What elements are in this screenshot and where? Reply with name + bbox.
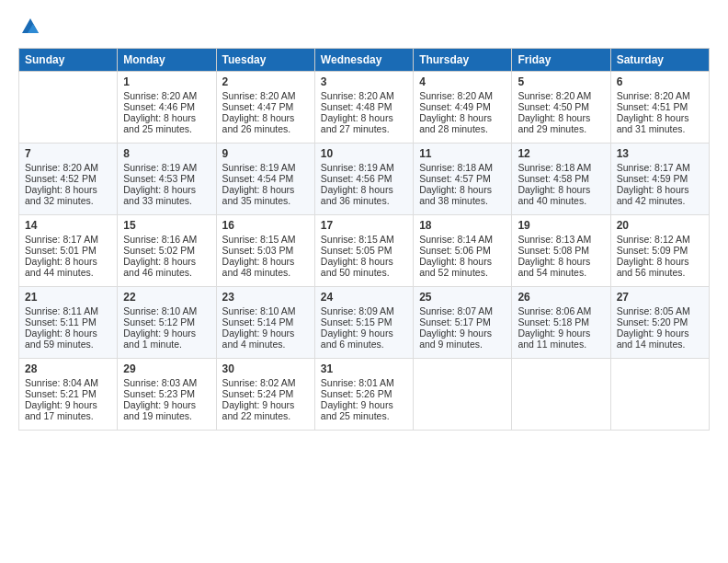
daylight-text: Daylight: 8 hours and 52 minutes. bbox=[419, 256, 492, 278]
day-number: 26 bbox=[518, 291, 604, 304]
daylight-text: Daylight: 9 hours and 22 minutes. bbox=[222, 399, 295, 421]
sunrise-text: Sunrise: 8:03 AM bbox=[123, 377, 197, 388]
day-cell: 2Sunrise: 8:20 AMSunset: 4:47 PMDaylight… bbox=[216, 72, 314, 144]
sunrise-text: Sunrise: 8:02 AM bbox=[222, 377, 296, 388]
sunrise-text: Sunrise: 8:12 AM bbox=[617, 234, 690, 245]
header-cell-monday: Monday bbox=[118, 49, 216, 72]
daylight-text: Daylight: 9 hours and 6 minutes. bbox=[321, 327, 393, 350]
day-number: 15 bbox=[123, 219, 210, 232]
day-number: 28 bbox=[25, 362, 111, 375]
sunrise-text: Sunrise: 8:17 AM bbox=[617, 162, 690, 173]
logo-icon bbox=[20, 17, 40, 37]
day-number: 2 bbox=[222, 75, 309, 88]
sunrise-text: Sunrise: 8:18 AM bbox=[518, 162, 591, 173]
sunset-text: Sunset: 5:17 PM bbox=[419, 316, 491, 327]
day-cell: 25Sunrise: 8:07 AMSunset: 5:17 PMDayligh… bbox=[414, 287, 512, 359]
day-cell: 16Sunrise: 8:15 AMSunset: 5:03 PMDayligh… bbox=[216, 215, 314, 287]
sunrise-text: Sunrise: 8:20 AM bbox=[419, 90, 493, 101]
sunrise-text: Sunrise: 8:20 AM bbox=[518, 90, 591, 101]
daylight-text: Daylight: 8 hours and 42 minutes. bbox=[617, 184, 689, 206]
day-cell: 6Sunrise: 8:20 AMSunset: 4:51 PMDaylight… bbox=[610, 72, 709, 144]
sunset-text: Sunset: 5:23 PM bbox=[123, 388, 195, 399]
day-number: 24 bbox=[321, 291, 407, 304]
sunset-text: Sunset: 5:01 PM bbox=[25, 245, 97, 256]
day-number: 21 bbox=[25, 291, 111, 304]
header-cell-saturday: Saturday bbox=[610, 49, 709, 72]
sunset-text: Sunset: 5:21 PM bbox=[25, 388, 97, 399]
daylight-text: Daylight: 9 hours and 25 minutes. bbox=[321, 399, 393, 421]
day-number: 8 bbox=[123, 147, 210, 160]
daylight-text: Daylight: 9 hours and 9 minutes. bbox=[419, 327, 492, 350]
day-number: 6 bbox=[617, 75, 703, 88]
sunset-text: Sunset: 4:54 PM bbox=[222, 173, 294, 184]
day-cell: 28Sunrise: 8:04 AMSunset: 5:21 PMDayligh… bbox=[19, 359, 118, 431]
sunrise-text: Sunrise: 8:19 AM bbox=[321, 162, 394, 173]
day-cell bbox=[414, 359, 512, 431]
sunset-text: Sunset: 4:53 PM bbox=[123, 173, 195, 184]
sunset-text: Sunset: 4:59 PM bbox=[617, 173, 688, 184]
sunrise-text: Sunrise: 8:18 AM bbox=[419, 162, 493, 173]
day-cell: 20Sunrise: 8:12 AMSunset: 5:09 PMDayligh… bbox=[610, 215, 709, 287]
daylight-text: Daylight: 8 hours and 56 minutes. bbox=[617, 256, 689, 278]
sunset-text: Sunset: 5:24 PM bbox=[222, 388, 294, 399]
daylight-text: Daylight: 8 hours and 29 minutes. bbox=[518, 112, 590, 134]
daylight-text: Daylight: 8 hours and 44 minutes. bbox=[25, 256, 97, 278]
sunset-text: Sunset: 5:06 PM bbox=[419, 245, 491, 256]
week-row-3: 14Sunrise: 8:17 AMSunset: 5:01 PMDayligh… bbox=[19, 215, 710, 287]
day-number: 7 bbox=[25, 147, 111, 160]
week-row-4: 21Sunrise: 8:11 AMSunset: 5:11 PMDayligh… bbox=[19, 287, 710, 359]
sunset-text: Sunset: 5:11 PM bbox=[25, 316, 97, 327]
day-number: 1 bbox=[123, 75, 210, 88]
sunrise-text: Sunrise: 8:09 AM bbox=[321, 305, 394, 316]
day-number: 10 bbox=[321, 147, 407, 160]
day-cell: 15Sunrise: 8:16 AMSunset: 5:02 PMDayligh… bbox=[118, 215, 216, 287]
day-number: 13 bbox=[617, 147, 703, 160]
day-cell bbox=[19, 72, 118, 144]
daylight-text: Daylight: 8 hours and 50 minutes. bbox=[321, 256, 393, 278]
day-cell: 1Sunrise: 8:20 AMSunset: 4:46 PMDaylight… bbox=[118, 72, 216, 144]
sunrise-text: Sunrise: 8:20 AM bbox=[25, 162, 98, 173]
day-cell: 19Sunrise: 8:13 AMSunset: 5:08 PMDayligh… bbox=[512, 215, 610, 287]
daylight-text: Daylight: 8 hours and 26 minutes. bbox=[222, 112, 295, 134]
day-cell: 27Sunrise: 8:05 AMSunset: 5:20 PMDayligh… bbox=[610, 287, 709, 359]
sunset-text: Sunset: 4:52 PM bbox=[25, 173, 97, 184]
sunrise-text: Sunrise: 8:01 AM bbox=[321, 377, 394, 388]
daylight-text: Daylight: 8 hours and 36 minutes. bbox=[321, 184, 393, 206]
daylight-text: Daylight: 8 hours and 32 minutes. bbox=[25, 184, 97, 206]
day-cell: 14Sunrise: 8:17 AMSunset: 5:01 PMDayligh… bbox=[19, 215, 118, 287]
day-number: 11 bbox=[419, 147, 506, 160]
daylight-text: Daylight: 9 hours and 14 minutes. bbox=[617, 327, 689, 350]
day-number: 17 bbox=[321, 219, 407, 232]
day-cell: 8Sunrise: 8:19 AMSunset: 4:53 PMDaylight… bbox=[118, 144, 216, 215]
header-cell-wednesday: Wednesday bbox=[314, 49, 413, 72]
sunset-text: Sunset: 4:58 PM bbox=[518, 173, 589, 184]
sunset-text: Sunset: 5:03 PM bbox=[222, 245, 294, 256]
sunrise-text: Sunrise: 8:11 AM bbox=[25, 305, 98, 316]
day-cell: 3Sunrise: 8:20 AMSunset: 4:48 PMDaylight… bbox=[314, 72, 413, 144]
daylight-text: Daylight: 8 hours and 25 minutes. bbox=[123, 112, 196, 134]
daylight-text: Daylight: 9 hours and 11 minutes. bbox=[518, 327, 590, 350]
day-number: 5 bbox=[518, 75, 604, 88]
daylight-text: Daylight: 9 hours and 1 minute. bbox=[123, 327, 196, 350]
sunrise-text: Sunrise: 8:17 AM bbox=[25, 234, 98, 245]
day-cell: 26Sunrise: 8:06 AMSunset: 5:18 PMDayligh… bbox=[512, 287, 610, 359]
day-number: 9 bbox=[222, 147, 309, 160]
daylight-text: Daylight: 8 hours and 31 minutes. bbox=[617, 112, 689, 134]
daylight-text: Daylight: 8 hours and 48 minutes. bbox=[222, 256, 295, 278]
sunset-text: Sunset: 5:05 PM bbox=[321, 245, 392, 256]
day-cell: 10Sunrise: 8:19 AMSunset: 4:56 PMDayligh… bbox=[314, 144, 413, 215]
header-row: SundayMondayTuesdayWednesdayThursdayFrid… bbox=[19, 49, 710, 72]
day-cell: 30Sunrise: 8:02 AMSunset: 5:24 PMDayligh… bbox=[216, 359, 314, 431]
sunset-text: Sunset: 5:09 PM bbox=[617, 245, 688, 256]
day-number: 12 bbox=[518, 147, 604, 160]
daylight-text: Daylight: 9 hours and 17 minutes. bbox=[25, 399, 97, 421]
day-number: 16 bbox=[222, 219, 309, 232]
sunrise-text: Sunrise: 8:20 AM bbox=[617, 90, 690, 101]
day-number: 22 bbox=[123, 291, 210, 304]
daylight-text: Daylight: 8 hours and 27 minutes. bbox=[321, 112, 393, 134]
week-row-2: 7Sunrise: 8:20 AMSunset: 4:52 PMDaylight… bbox=[19, 144, 710, 215]
day-cell: 23Sunrise: 8:10 AMSunset: 5:14 PMDayligh… bbox=[216, 287, 314, 359]
daylight-text: Daylight: 8 hours and 46 minutes. bbox=[123, 256, 196, 278]
day-number: 27 bbox=[617, 291, 703, 304]
daylight-text: Daylight: 9 hours and 19 minutes. bbox=[123, 399, 196, 421]
